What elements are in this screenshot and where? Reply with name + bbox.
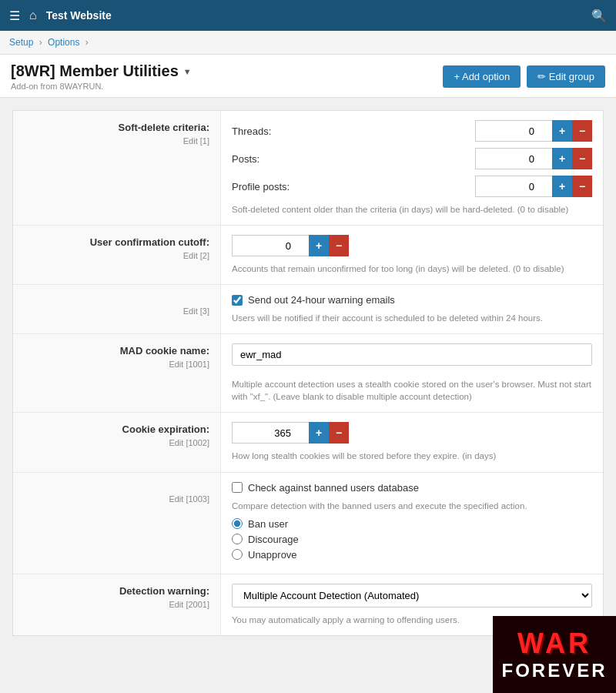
page-header: [8WR] Member Utilities ▼ Add-on from 8WA… (0, 55, 616, 98)
radio-unapprove-row: Unapprove (232, 549, 592, 561)
profile-posts-row: Profile posts: + − (232, 176, 592, 197)
user-confirmation-row: User confirmation cutoff: Edit [2] + − A… (13, 226, 603, 285)
user-confirmation-label: User confirmation cutoff: (24, 236, 209, 248)
soft-delete-hint: Soft-deleted content older than the crit… (232, 203, 592, 216)
banned-users-checkbox-label: Check against banned users database (248, 482, 419, 494)
radio-unapprove[interactable] (232, 549, 243, 560)
cookie-expiration-plus-btn[interactable]: + (309, 422, 329, 444)
user-confirmation-edit-link[interactable]: Edit [2] (24, 251, 209, 260)
option-block: Soft-delete criteria: Edit [1] Threads: … (12, 110, 604, 636)
threads-minus-btn[interactable]: − (572, 120, 592, 142)
mad-cookie-input[interactable] (232, 343, 592, 366)
cookie-expiration-number-wrap: + − (232, 422, 349, 444)
cookie-expiration-edit-link[interactable]: Edit [1002] (24, 438, 209, 447)
radio-ban-user[interactable] (232, 518, 243, 529)
radio-ban-user-label: Ban user (248, 518, 288, 530)
topbar-title: Test Website (46, 9, 112, 22)
banned-users-edit-link[interactable]: Edit [1003] (24, 494, 209, 504)
warning-email-checkbox-row: Send out 24-hour warning emails (232, 294, 592, 306)
banned-users-checkbox-row: Check against banned users database (232, 482, 592, 494)
cutoff-row: + − (232, 235, 592, 256)
banned-users-row: Edit [1003] Check against banned users d… (13, 473, 603, 574)
banned-users-value-col: Check against banned users database Comp… (221, 473, 603, 574)
radio-discourage-label: Discourage (248, 534, 299, 545)
posts-row: Posts: + − (232, 148, 592, 169)
profile-posts-minus-btn[interactable]: − (572, 176, 592, 197)
detection-warning-hint: You may automatically apply a warning to… (232, 614, 592, 626)
radio-discourage-row: Discourage (232, 534, 592, 545)
detection-warning-select[interactable]: Multiple Account Detection (Automated) (232, 584, 592, 608)
posts-input[interactable] (475, 148, 552, 169)
warning-email-edit-link[interactable]: Edit [3] (24, 306, 209, 316)
cookie-expiration-minus-btn[interactable]: − (329, 422, 349, 444)
detection-warning-row: Detection warning: Edit [2001] Multiple … (13, 574, 603, 635)
threads-row: Threads: + − (232, 120, 592, 142)
cookie-expiration-label: Cookie expiration: (24, 424, 209, 435)
radio-discourage[interactable] (232, 534, 243, 544)
menu-icon[interactable]: ☰ (9, 8, 20, 23)
add-option-button[interactable]: + Add option (443, 65, 521, 88)
cookie-expiration-number-row: + − (232, 422, 592, 444)
page-header-left: [8WR] Member Utilities ▼ Add-on from 8WA… (11, 62, 192, 91)
posts-label: Posts: (232, 153, 301, 165)
soft-delete-edit-link[interactable]: Edit [1] (24, 136, 209, 146)
posts-minus-btn[interactable]: − (572, 148, 592, 169)
banned-users-checkbox[interactable] (232, 482, 243, 493)
soft-delete-row: Soft-delete criteria: Edit [1] Threads: … (13, 111, 603, 226)
warning-email-row: Edit [3] Send out 24-hour warning emails… (13, 285, 603, 334)
radio-ban-user-row: Ban user (232, 518, 592, 530)
mad-cookie-edit-link[interactable]: Edit [1001] (24, 360, 209, 369)
edit-group-button[interactable]: ✏ Edit group (527, 65, 605, 88)
mad-cookie-row: MAD cookie name: Edit [1001] Multiple ac… (13, 334, 603, 413)
mad-cookie-value-col: Multiple account detection uses a stealt… (221, 334, 603, 412)
threads-input-wrap: + − (475, 120, 592, 142)
cookie-expiration-label-col: Cookie expiration: Edit [1002] (13, 413, 221, 471)
detection-warning-label: Detection warning: (24, 585, 209, 597)
breadcrumb-setup[interactable]: Setup (9, 37, 33, 48)
threads-input[interactable] (475, 120, 552, 142)
posts-input-wrap: + − (475, 148, 592, 169)
mad-cookie-hint: Multiple account detection uses a stealt… (232, 378, 592, 403)
warning-email-hint: Users will be notified if their account … (232, 312, 592, 324)
banned-users-label-col: Edit [1003] (13, 473, 221, 574)
detection-warning-edit-link[interactable]: Edit [2001] (24, 600, 209, 609)
cutoff-minus-btn[interactable]: − (329, 235, 349, 256)
cookie-expiration-hint: How long stealth cookies will be stored … (232, 450, 592, 462)
user-confirmation-hint: Accounts that remain unconfirmed for too… (232, 263, 592, 275)
home-icon[interactable]: ⌂ (29, 8, 37, 22)
profile-posts-input[interactable] (475, 176, 552, 197)
threads-plus-btn[interactable]: + (552, 120, 572, 142)
breadcrumb-sep1: › (39, 37, 42, 48)
mad-cookie-label-col: MAD cookie name: Edit [1001] (13, 334, 221, 412)
title-dropdown-icon[interactable]: ▼ (183, 67, 192, 76)
user-confirmation-value-col: + − Accounts that remain unconfirmed for… (221, 226, 603, 284)
topbar-left: ☰ ⌂ Test Website (9, 8, 112, 23)
search-icon[interactable]: 🔍 (591, 8, 607, 23)
page-header-buttons: + Add option ✏ Edit group (443, 65, 605, 88)
cookie-expiration-row: Cookie expiration: Edit [1002] + − How l… (13, 413, 603, 472)
cookie-expiration-input[interactable] (232, 422, 309, 444)
radio-unapprove-label: Unapprove (248, 549, 297, 561)
page-title: [8WR] Member Utilities ▼ (11, 62, 192, 80)
mad-cookie-label: MAD cookie name: (24, 345, 209, 357)
warning-email-checkbox[interactable] (232, 295, 243, 306)
soft-delete-label: Soft-delete criteria: (24, 122, 209, 133)
cutoff-plus-btn[interactable]: + (309, 235, 329, 256)
warning-email-label-col: Edit [3] (13, 285, 221, 333)
breadcrumb-sep2: › (85, 37, 89, 48)
warning-email-value-col: Send out 24-hour warning emails Users wi… (221, 285, 603, 333)
warning-email-checkbox-label: Send out 24-hour warning emails (248, 294, 395, 306)
page-title-text: [8WR] Member Utilities (11, 62, 179, 80)
profile-posts-input-wrap: + − (475, 176, 592, 197)
cutoff-input[interactable] (232, 235, 309, 256)
profile-posts-plus-btn[interactable]: + (552, 176, 572, 197)
topbar: ☰ ⌂ Test Website 🔍 (0, 0, 616, 31)
profile-posts-label: Profile posts: (232, 181, 301, 192)
user-confirmation-label-col: User confirmation cutoff: Edit [2] (13, 226, 221, 284)
detection-warning-label-col: Detection warning: Edit [2001] (13, 574, 221, 635)
breadcrumb-options[interactable]: Options (48, 37, 79, 48)
soft-delete-value-col: Threads: + − Posts: + − (221, 111, 603, 225)
posts-plus-btn[interactable]: + (552, 148, 572, 169)
detection-warning-value-col: Multiple Account Detection (Automated) Y… (221, 574, 603, 635)
breadcrumb: Setup › Options › (0, 31, 616, 55)
